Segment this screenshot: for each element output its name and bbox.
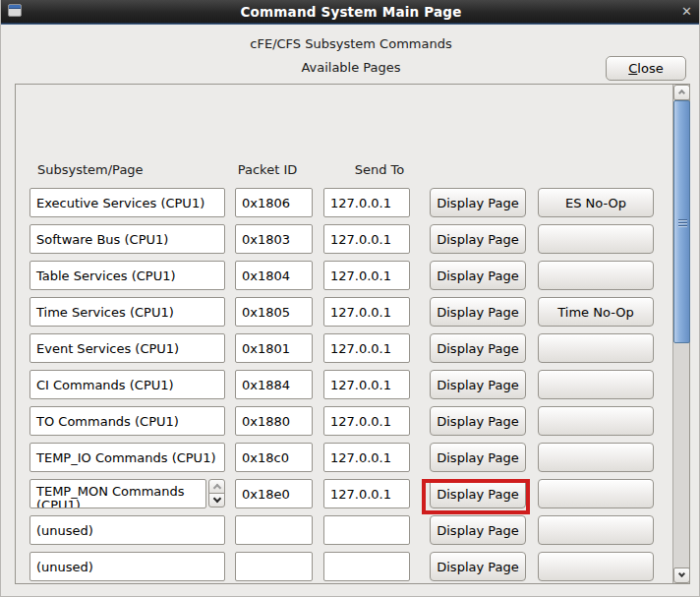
subsystem-value: Time Services (CPU1) [36, 305, 174, 320]
packet-id-value: 0x1803 [242, 232, 290, 247]
packet-id-field[interactable] [235, 552, 313, 581]
packet-id-field[interactable]: 0x1884 [235, 370, 313, 399]
send-to-field[interactable]: 127.0.0.1 [323, 479, 410, 508]
display-page-button[interactable]: Display Page [430, 443, 526, 472]
packet-id-field[interactable]: 0x1880 [235, 406, 313, 436]
send-to-field[interactable]: 127.0.0.1 [323, 333, 410, 363]
display-page-button[interactable]: Display Page [430, 224, 526, 254]
table-row: Time Services (CPU1) 0x1805 127.0.0.1 Di… [16, 297, 674, 327]
send-to-field[interactable]: 127.0.0.1 [323, 224, 410, 254]
table-row: (unused) Display Page [16, 552, 674, 581]
subsystem-field[interactable]: TEMP_IO Commands (CPU1) [29, 443, 225, 472]
noop-button[interactable]: ES No-Op [538, 188, 654, 217]
window-close-icon[interactable]: ✕ [681, 3, 692, 20]
subsystem-field[interactable]: Time Services (CPU1) [29, 297, 225, 327]
vertical-scrollbar[interactable] [672, 85, 689, 583]
display-page-button[interactable]: Display Page [430, 333, 526, 363]
noop-button[interactable] [538, 406, 654, 436]
display-page-button[interactable]: Display Page [430, 261, 526, 290]
column-header-subsystem: Subsystem/Page [37, 162, 144, 178]
display-page-button[interactable]: Display Page [430, 370, 526, 399]
subsystem-value: (unused) [36, 523, 93, 538]
noop-button[interactable] [538, 333, 654, 363]
send-to-value: 127.0.0.1 [330, 232, 391, 247]
packet-id-value: 0x18c0 [242, 450, 289, 465]
send-to-field[interactable]: 127.0.0.1 [323, 370, 410, 399]
noop-button[interactable] [538, 370, 654, 399]
scrollbar-grip-icon [678, 219, 687, 227]
send-to-field[interactable]: 127.0.0.1 [323, 261, 410, 290]
subsystem-field[interactable]: Software Bus (CPU1) [29, 224, 225, 254]
close-button-mnemonic: C [628, 61, 637, 76]
titlebar-accent-line [1, 23, 700, 25]
packet-id-field[interactable]: 0x1806 [235, 188, 313, 217]
send-to-value: 127.0.0.1 [330, 378, 391, 392]
packet-id-field[interactable]: 0x1803 [235, 224, 313, 254]
send-to-value: 127.0.0.1 [330, 341, 391, 356]
chevron-down-icon [212, 495, 220, 503]
subsystem-field[interactable]: Event Services (CPU1) [29, 333, 225, 363]
subsystem-value: Software Bus (CPU1) [36, 232, 168, 247]
send-to-field[interactable]: 127.0.0.1 [323, 406, 410, 436]
close-button-label: lose [637, 61, 663, 76]
send-to-value: 127.0.0.1 [330, 487, 391, 502]
noop-button[interactable] [538, 552, 654, 581]
packet-id-field[interactable]: 0x18e0 [235, 479, 313, 508]
chevron-up-icon [678, 90, 685, 96]
subsystem-value: Executive Services (CPU1) [36, 196, 204, 210]
subsystem-field[interactable]: Table Services (CPU1) [29, 261, 225, 290]
window-menu-icon[interactable] [8, 4, 22, 17]
spinner-down-button[interactable] [208, 493, 225, 507]
send-to-field[interactable] [323, 552, 410, 581]
display-page-button[interactable]: Display Page [430, 406, 526, 436]
scrollbar-up-button[interactable] [673, 85, 690, 100]
display-page-button-highlighted[interactable]: Display Page [430, 479, 526, 508]
display-page-button[interactable]: Display Page [430, 515, 526, 545]
noop-button[interactable] [538, 515, 654, 545]
send-to-value: 127.0.0.1 [330, 269, 391, 283]
scrollbar-thumb[interactable] [673, 100, 690, 343]
packet-id-field[interactable]: 0x1804 [235, 261, 313, 290]
noop-button[interactable] [538, 224, 654, 254]
scrollbar-down-button[interactable] [673, 567, 690, 583]
display-page-button[interactable]: Display Page [430, 297, 526, 327]
page-subtitle: Available Pages [1, 60, 700, 75]
packet-id-field[interactable]: 0x18c0 [235, 443, 313, 472]
packet-id-value: 0x1880 [242, 414, 290, 429]
spinner-up-button[interactable] [208, 479, 225, 494]
packet-id-field[interactable]: 0x1801 [235, 333, 313, 363]
display-page-button[interactable]: Display Page [430, 188, 526, 217]
packet-id-value: 0x1805 [242, 305, 290, 320]
subsystem-value: TO Commands (CPU1) [36, 414, 179, 429]
subsystem-value: TEMP_IO Commands (CPU1) [36, 450, 215, 465]
packet-id-value: 0x1806 [242, 196, 290, 210]
table-row: Executive Services (CPU1) 0x1806 127.0.0… [16, 188, 674, 217]
table-row: TEMP_IO Commands (CPU1) 0x18c0 127.0.0.1… [16, 443, 674, 472]
subsystem-field[interactable]: CI Commands (CPU1) [29, 370, 225, 399]
noop-button[interactable] [538, 443, 654, 472]
table-row-highlighted: TEMP_MON Commands (CPU1) 0x18e0 127.0.0.… [16, 479, 674, 508]
noop-button[interactable]: Time No-Op [538, 297, 654, 327]
table-row: Event Services (CPU1) 0x1801 127.0.0.1 D… [16, 333, 674, 363]
column-header-send-to: Send To [323, 162, 436, 178]
packet-id-field[interactable]: 0x1805 [235, 297, 313, 327]
table-row: (unused) Display Page [16, 515, 674, 545]
subsystem-field[interactable]: Executive Services (CPU1) [29, 188, 225, 217]
send-to-field[interactable] [323, 515, 410, 545]
send-to-field[interactable]: 127.0.0.1 [323, 443, 410, 472]
table-row: TO Commands (CPU1) 0x1880 127.0.0.1 Disp… [16, 406, 674, 436]
noop-button[interactable] [538, 479, 654, 508]
subsystem-field[interactable]: (unused) [29, 515, 225, 545]
send-to-field[interactable]: 127.0.0.1 [323, 188, 410, 217]
titlebar[interactable]: Command System Main Page ✕ [1, 0, 700, 23]
noop-button[interactable] [538, 261, 654, 290]
send-to-field[interactable]: 127.0.0.1 [323, 297, 410, 327]
subsystem-field[interactable]: TO Commands (CPU1) [29, 406, 225, 436]
subsystem-field[interactable]: (unused) [29, 552, 225, 581]
packet-id-value: 0x1804 [242, 269, 290, 283]
subsystem-field[interactable]: TEMP_MON Commands (CPU1) [29, 479, 206, 508]
window-title: Command System Main Page [1, 4, 700, 20]
display-page-button[interactable]: Display Page [430, 552, 526, 581]
packet-id-field[interactable] [235, 515, 313, 545]
close-button[interactable]: Close [606, 56, 686, 81]
